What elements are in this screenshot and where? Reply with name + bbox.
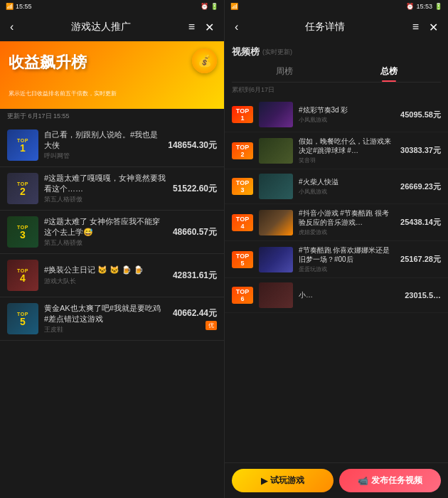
thumb-image [259,210,293,235]
left-status-bar: 📶 15:55 ⏰ 🔋 [0,0,224,13]
rank-info-author: 小凤凰游戏 [299,116,395,124]
thumb-image [259,174,293,199]
thumb-image [259,102,293,127]
rank-badge-label: TOP 2 [232,142,253,159]
rank-number-1: TOP 2 [232,142,253,159]
rank-amount-value: 42831.61元 [173,270,217,282]
right-rank-list: TOP 1 #炫彩节奏3d 彩 小凤凰游戏 45095.58元TOP 2 假如，… [225,97,448,462]
menu-icon[interactable]: ≡ [410,19,422,35]
tabs-row: 周榜总榜 [232,61,441,83]
rank-title: #这题太难了嘎嘎嘎，女神竟然要我看这个…… [44,173,167,194]
banner-main-text: 收益飙升榜 [9,54,87,71]
rank-amount: 42831.61元 [173,270,217,282]
section-title-row: 视频榜 (实时更新) [225,41,448,61]
left-rank-item-0[interactable]: TOP 1 自己看，别跟别人说哈。#我也是大侠 呼叫网管 148654.30元 [0,124,224,167]
right-rank-item-1[interactable]: TOP 2 假如，晚餐吃什么，让游戏来决定#跳弹球球 #… 笑音羽 30383.… [225,132,448,169]
play-button[interactable]: ▶ 试玩游戏 [232,469,334,492]
update-info: 更新于 6月17日 15:55 [0,109,224,124]
close-icon[interactable]: ✕ [426,19,441,36]
rank-badge-2: TOP 3 [7,216,38,248]
battery-icon: 🔋 [210,3,218,10]
camera-icon: 📹 [358,476,368,486]
rank-amount-right: 30383.37元 [400,145,441,156]
rank-author: 第五人格骄傲 [44,238,167,248]
right-rank-item-0[interactable]: TOP 1 #炫彩节奏3d 彩 小凤凰游戏 45095.58元 [225,97,448,132]
time-left: 15:55 [16,3,32,10]
section-subtitle: (实时更新) [262,48,292,57]
rank-info-title: #抖音小游戏 #节奏酷跑 很考验反应的音乐游戏… [299,208,395,227]
header-right-controls: ≡ ✕ [410,19,441,36]
rank-thumb-0 [259,102,293,127]
top-num: 3 [20,230,26,240]
left-title: 游戏达人推广 [16,21,185,33]
tab-0[interactable]: 周榜 [232,61,336,82]
left-rank-item-1[interactable]: TOP 2 #这题太难了嘎嘎嘎，女神竟然要我看这个…… 第五人格骄傲 51522… [0,167,224,211]
publish-button[interactable]: 📹 发布任务视频 [339,469,441,492]
status-right: ⏰ 15:53 🔋 [406,3,442,10]
right-rank-item-5[interactable]: TOP 6 小… 23015.5… [225,278,448,313]
back-button[interactable]: ‹ [7,19,16,35]
rank-content-1: #这题太难了嘎嘎嘎，女神竟然要我看这个…… 第五人格骄傲 [44,173,167,204]
back-button[interactable]: ‹ [232,19,241,35]
play-icon: ▶ [261,476,267,486]
right-status-bar: 📶 ⏰ 15:53 🔋 [225,0,448,13]
rank-info-author: 笑音羽 [299,157,395,164]
header-left-controls: ‹ [7,19,16,35]
rank-info-title: #炫彩节奏3d 彩 [299,105,395,115]
rank-info-author: 蛋蛋玩游戏 [299,265,395,273]
sim-icon: 📶 [230,3,238,10]
publish-label: 发布任务视频 [371,475,422,487]
right-header: ‹ 任务详情 ≡ ✕ [225,13,448,41]
close-icon[interactable]: ✕ [202,19,217,36]
rank-number-4: TOP 5 [232,251,253,268]
tab-1[interactable]: 总榜 [336,61,441,82]
right-rank-item-4[interactable]: TOP 5 #节奏酷跑 你喜欢娜娜米还是旧梦一场？#00后 蛋蛋玩游戏 2516… [225,241,448,278]
time-right: 15:53 [416,3,432,10]
rank-amount: 48660.57元 [173,226,217,238]
alarm-icon: ⏰ [201,3,208,10]
rank-author: 第五人格骄傲 [44,195,167,204]
rank-info-title: #火柴人快溢 [299,177,395,186]
thumb-image [259,247,293,272]
rank-badge-1: TOP 2 [7,173,38,204]
banner-coin-icon: 💰 [192,48,217,73]
right-rank-item-2[interactable]: TOP 3 #火柴人快溢 小凤凰游戏 26669.23元 [225,169,448,204]
right-rank-item-3[interactable]: TOP 4 #抖音小游戏 #节奏酷跑 很考验反应的音乐游戏… 虎妞爱游戏 254… [225,204,448,241]
bottom-bar: ▶ 试玩游戏 📹 发布任务视频 [225,462,448,498]
banner-subtitle: 累示近七日收益排名前五干倍数，实时更新 [9,90,117,97]
rank-thumb-2 [259,174,293,199]
rank-amount-right: 26669.23元 [400,181,441,192]
rank-info-5: 小… [299,290,399,301]
rank-amount: 40662.44元优 [173,307,217,330]
cumulative-info: 累积到6月17日 [225,83,448,97]
left-rank-list: TOP 1 自己看，别跟别人说哈。#我也是大侠 呼叫网管 148654.30元 … [0,124,224,498]
header-left-controls: ‹ [232,19,241,35]
rank-info-0: #炫彩节奏3d 彩 小凤凰游戏 [299,105,395,124]
left-rank-item-2[interactable]: TOP 3 #这题太难了 女神你答应我不能穿这个去上学😅 第五人格骄傲 4866… [0,211,224,254]
rank-info-2: #火柴人快溢 小凤凰游戏 [299,177,395,196]
thumb-image [259,138,293,164]
rank-badge-4: TOP 5 [7,303,38,334]
promo-badge: 优 [206,321,217,330]
rank-badge-label: TOP 6 [232,287,253,304]
rank-title: #这题太难了 女神你答应我不能穿这个去上学😅 [44,216,167,237]
rank-content-4: 黄金AK也太爽了吧#我就是要吃鸡 #差点错过这游戏 王皮鞋 [44,303,167,334]
rank-number-3: TOP 4 [232,214,253,231]
menu-icon[interactable]: ≡ [186,19,198,35]
rank-thumb-5 [259,282,293,308]
play-label: 试玩游戏 [270,475,304,487]
rank-content-2: #这题太难了 女神你答应我不能穿这个去上学😅 第五人格骄傲 [44,216,167,248]
left-rank-item-3[interactable]: TOP 4 #换装公主日记 🐱 🐱 🍺 🍺 游戏大队长 42831.61元 [0,254,224,297]
rank-content-0: 自己看，别跟别人说哈。#我也是大侠 呼叫网管 [44,129,162,161]
rank-info-author: 小凤凰游戏 [299,188,395,196]
left-rank-item-4[interactable]: TOP 5 黄金AK也太爽了吧#我就是要吃鸡 #差点错过这游戏 王皮鞋 4066… [0,297,224,341]
rank-content-3: #换装公主日记 🐱 🐱 🍺 🍺 游戏大队长 [44,265,167,285]
rank-amount: 148654.30元 [168,139,217,152]
rank-amount-value: 51522.60元 [173,183,217,195]
top-num: 4 [20,273,26,283]
promo-banner: 收益飙升榜 累示近七日收益排名前五干倍数，实时更新 💰 [0,41,224,109]
status-right: ⏰ 🔋 [201,3,218,10]
rank-amount-right: 25167.28元 [400,254,441,265]
rank-info-4: #节奏酷跑 你喜欢娜娜米还是旧梦一场？#00后 蛋蛋玩游戏 [299,245,395,273]
rank-badge-label: TOP 3 [232,178,253,195]
